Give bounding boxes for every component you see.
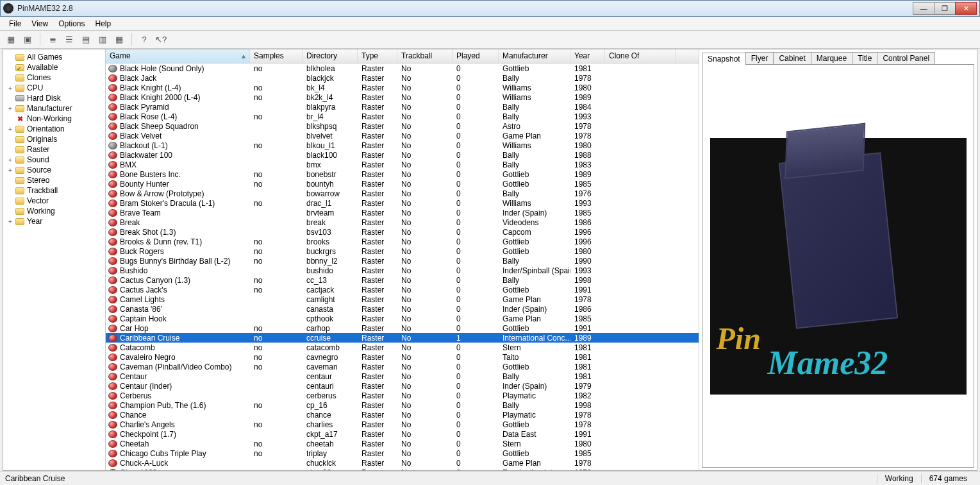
tree-item-available[interactable]: Available — [4, 62, 104, 72]
column-manufacturer[interactable]: Manufacturer — [499, 49, 570, 63]
game-row[interactable]: Caveman (Pinball/Video Combo)nocavemanRa… — [106, 362, 699, 371]
expand-icon[interactable]: + — [6, 126, 15, 133]
expand-icon[interactable]: + — [6, 105, 15, 112]
game-row[interactable]: BreakbreakRasterNo0Videodens1986 — [106, 217, 699, 227]
game-row[interactable]: Circa 1933circa33RasterNo0Fascination In… — [106, 468, 699, 470]
tree-item-orientation[interactable]: +Orientation — [4, 124, 104, 134]
game-row[interactable]: Checkpoint (1.7)ckpt_a17RasterNo0Data Ea… — [106, 429, 699, 439]
game-row[interactable]: CatacombnocatacombRasterNo0Stern1981 — [106, 343, 699, 352]
tree-item-stereo[interactable]: Stereo — [4, 175, 104, 185]
game-row[interactable]: Centaur (Inder)centauriRasterNo0Inder (S… — [106, 381, 699, 391]
view-tree-icon[interactable]: ☰ — [62, 33, 76, 47]
game-row[interactable]: CheetahnocheetahRasterNo0Stern1980 — [106, 439, 699, 448]
column-trackball[interactable]: Trackball — [397, 49, 453, 63]
game-row[interactable]: Camel LightscamlightRasterNo0Game Plan19… — [106, 294, 699, 304]
tree-item-manufacturer[interactable]: +Manufacturer — [4, 103, 104, 114]
tree-item-vector[interactable]: Vector — [4, 196, 104, 206]
tree-item-all-games[interactable]: All Games — [4, 52, 104, 62]
game-row[interactable]: Bram Stoker's Dracula (L-1)nodrac_l1Rast… — [106, 198, 699, 208]
view-list-icon[interactable]: ≣ — [46, 33, 60, 47]
preview-tabs[interactable]: SnapshotFlyerCabinetMarqueeTitleControl … — [699, 49, 977, 64]
game-row[interactable]: BMXbmxRasterNo0Bally1983 — [106, 160, 699, 169]
menu-view[interactable]: View — [26, 18, 53, 30]
game-row[interactable]: Cactus Jack'snocactjackRasterNo0Gottlieb… — [106, 285, 699, 294]
game-row[interactable]: Canasta '86'canastaRasterNo0Inder (Spain… — [106, 304, 699, 314]
game-row[interactable]: Caribbean CruisenoccruiseRasterNo1Intern… — [106, 333, 699, 343]
tree-item-clones[interactable]: Clones — [4, 72, 104, 83]
tree-item-trackball[interactable]: Trackball — [4, 185, 104, 196]
tab-title[interactable]: Title — [852, 52, 877, 64]
game-row[interactable]: CentaurcentaurRasterNo0Bally1981 — [106, 371, 699, 381]
view-large-icon[interactable]: ▣ — [21, 33, 35, 47]
game-row[interactable]: Charlie's AngelsnocharliesRasterNo0Gottl… — [106, 420, 699, 429]
minimize-button[interactable]: — — [913, 2, 934, 15]
column-game[interactable]: Game ▴ — [106, 49, 250, 63]
game-row[interactable]: Black Sheep SquadronblkshpsqRasterNo0Ast… — [106, 121, 699, 131]
game-row[interactable]: Bow & Arrow (Prototype)bowarrowRasterNo0… — [106, 189, 699, 198]
column-year[interactable]: Year — [570, 49, 605, 63]
tree-item-hard-disk[interactable]: Hard Disk — [4, 93, 104, 103]
game-row[interactable]: Black Hole (Sound Only)noblkholeaRasterN… — [106, 64, 699, 73]
tree-item-year[interactable]: +Year — [4, 216, 104, 226]
column-clone-of[interactable]: Clone Of — [605, 49, 676, 63]
game-row[interactable]: Bugs Bunny's Birthday Ball (L-2)nobbnny_… — [106, 256, 699, 266]
tree-item-originals[interactable]: Originals — [4, 134, 104, 144]
game-row[interactable]: Black VelvetblvelvetRasterNo0Game Plan19… — [106, 131, 699, 140]
expand-icon[interactable]: + — [6, 218, 15, 225]
game-row[interactable]: Bone Busters Inc.nobonebstrRasterNo0Gott… — [106, 169, 699, 179]
game-row[interactable]: Break Shot (1.3)bsv103RasterNo0Capcom199… — [106, 227, 699, 237]
game-row[interactable]: Chuck-A-LuckchucklckRasterNo0Game Plan19… — [106, 458, 699, 468]
tree-item-cpu[interactable]: +CPU — [4, 83, 104, 93]
expand-icon[interactable]: + — [6, 167, 15, 174]
tab-cabinet[interactable]: Cabinet — [773, 52, 811, 64]
game-row[interactable]: Buck RogersnobuckrgrsRasterNo0Gottlieb19… — [106, 246, 699, 256]
view-detail-icon[interactable]: ▤ — [79, 33, 93, 47]
help-icon[interactable]: ? — [137, 33, 151, 47]
column-played[interactable]: Played — [453, 49, 499, 63]
game-row[interactable]: Black Rose (L-4)nobr_l4RasterNo0Bally199… — [106, 112, 699, 121]
game-row[interactable]: Cavaleiro NegronocavnegroRasterNo0Taito1… — [106, 352, 699, 362]
tree-item-non-working[interactable]: ✖Non-Working — [4, 114, 104, 124]
game-row[interactable]: Captain HookcpthookRasterNo0Game Plan198… — [106, 314, 699, 323]
game-row[interactable]: Cactus Canyon (1.3)nocc_13RasterNo0Bally… — [106, 275, 699, 285]
game-row[interactable]: Chicago Cubs Triple PlaynotriplayRasterN… — [106, 448, 699, 458]
tree-item-sound[interactable]: +Sound — [4, 155, 104, 165]
view-grid1-icon[interactable]: ▥ — [96, 33, 110, 47]
game-row[interactable]: Black JackblackjckRasterNo0Bally1978 — [106, 73, 699, 83]
filter-tree[interactable]: All GamesAvailableClones+CPUHard Disk+Ma… — [3, 49, 106, 470]
game-row[interactable]: Brooks & Dunn (rev. T1)nobrooksRasterNo0… — [106, 237, 699, 246]
maximize-button[interactable]: ❐ — [934, 2, 956, 15]
game-row[interactable]: Black Knight 2000 (L-4)nobk2k_l4RasterNo… — [106, 92, 699, 102]
game-row[interactable]: Car HopnocarhopRasterNo0Gottlieb1991 — [106, 323, 699, 333]
tab-marquee[interactable]: Marquee — [811, 52, 852, 64]
menu-file[interactable]: File — [4, 18, 26, 30]
context-help-icon[interactable]: ↖? — [154, 33, 168, 47]
tab-control-panel[interactable]: Control Panel — [877, 52, 935, 64]
game-row[interactable]: Blackwater 100black100RasterNo0Bally1988 — [106, 150, 699, 160]
game-row[interactable]: Blackout (L-1)noblkou_l1RasterNo0William… — [106, 140, 699, 150]
game-row[interactable]: CerberuscerberusRasterNo0Playmatic1982 — [106, 391, 699, 400]
expand-icon[interactable]: + — [6, 157, 15, 164]
close-button[interactable]: ✕ — [955, 2, 977, 15]
game-row[interactable]: BushidobushidoRasterNo0Inder/Spinball (S… — [106, 266, 699, 275]
menu-help[interactable]: Help — [90, 18, 117, 30]
game-row[interactable]: Black Knight (L-4)nobk_l4RasterNo0Willia… — [106, 83, 699, 92]
column-samples[interactable]: Samples — [250, 49, 303, 63]
game-row[interactable]: Brave TeambrvteamRasterNo0Inder (Spain)1… — [106, 208, 699, 217]
column-directory[interactable]: Directory — [303, 49, 358, 63]
view-small-icon[interactable]: ▦ — [4, 33, 18, 47]
tree-item-source[interactable]: +Source — [4, 165, 104, 175]
expand-icon[interactable]: + — [6, 85, 15, 92]
game-row[interactable]: Black PyramidblakpyraRasterNo0Bally1984 — [106, 102, 699, 112]
view-grid2-icon[interactable]: ▦ — [112, 33, 126, 47]
game-rows[interactable]: Black Hole (Sound Only)noblkholeaRasterN… — [106, 64, 699, 470]
menu-options[interactable]: Options — [53, 18, 90, 30]
tree-item-working[interactable]: Working — [4, 206, 104, 216]
column-type[interactable]: Type — [358, 49, 397, 63]
tab-flyer[interactable]: Flyer — [745, 52, 774, 64]
game-row[interactable]: ChancechanceRasterNo0Playmatic1978 — [106, 410, 699, 420]
tab-snapshot[interactable]: Snapshot — [702, 53, 746, 65]
game-row[interactable]: Champion Pub, The (1.6)nocp_16RasterNo0B… — [106, 400, 699, 410]
game-row[interactable]: Bounty HunternobountyhRasterNo0Gottlieb1… — [106, 179, 699, 189]
tree-item-raster[interactable]: Raster — [4, 144, 104, 155]
